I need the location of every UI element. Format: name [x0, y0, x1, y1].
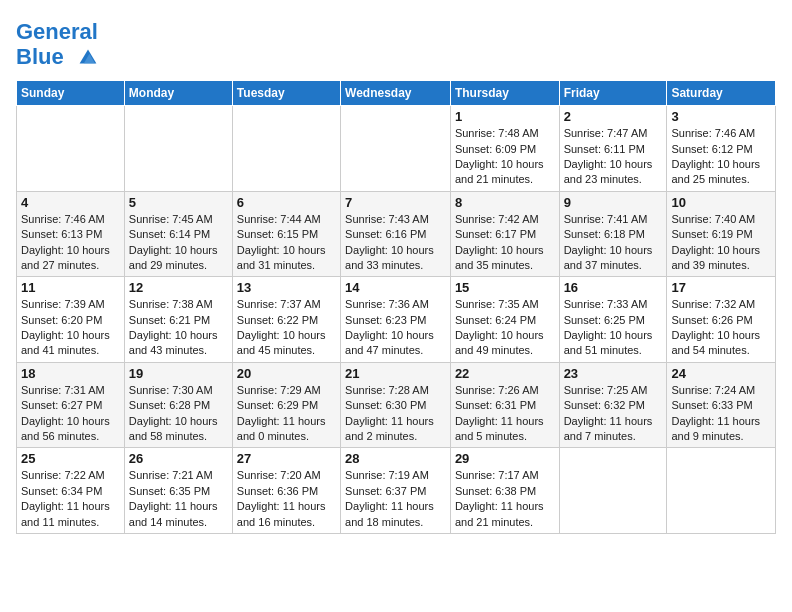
day-info: Sunrise: 7:32 AMSunset: 6:26 PMDaylight:… — [671, 297, 771, 359]
day-info: Sunrise: 7:31 AMSunset: 6:27 PMDaylight:… — [21, 383, 120, 445]
calendar-cell: 22Sunrise: 7:26 AMSunset: 6:31 PMDayligh… — [450, 362, 559, 448]
daylight-text: Daylight: 11 hours and 16 minutes. — [237, 500, 326, 527]
calendar-cell — [17, 106, 125, 192]
day-info: Sunrise: 7:43 AMSunset: 6:16 PMDaylight:… — [345, 212, 446, 274]
daylight-text: Daylight: 11 hours and 9 minutes. — [671, 415, 760, 442]
day-number: 18 — [21, 366, 120, 381]
day-number: 11 — [21, 280, 120, 295]
day-info: Sunrise: 7:19 AMSunset: 6:37 PMDaylight:… — [345, 468, 446, 530]
day-info: Sunrise: 7:38 AMSunset: 6:21 PMDaylight:… — [129, 297, 228, 359]
day-info: Sunrise: 7:28 AMSunset: 6:30 PMDaylight:… — [345, 383, 446, 445]
sunrise-text: Sunrise: 7:30 AM — [129, 384, 213, 396]
calendar-cell: 13Sunrise: 7:37 AMSunset: 6:22 PMDayligh… — [232, 277, 340, 363]
calendar-cell: 11Sunrise: 7:39 AMSunset: 6:20 PMDayligh… — [17, 277, 125, 363]
day-info: Sunrise: 7:46 AMSunset: 6:12 PMDaylight:… — [671, 126, 771, 188]
day-number: 27 — [237, 451, 336, 466]
sunrise-text: Sunrise: 7:43 AM — [345, 213, 429, 225]
calendar-cell: 12Sunrise: 7:38 AMSunset: 6:21 PMDayligh… — [124, 277, 232, 363]
calendar-cell: 16Sunrise: 7:33 AMSunset: 6:25 PMDayligh… — [559, 277, 667, 363]
day-info: Sunrise: 7:24 AMSunset: 6:33 PMDaylight:… — [671, 383, 771, 445]
daylight-text: Daylight: 10 hours and 25 minutes. — [671, 158, 760, 185]
sunset-text: Sunset: 6:35 PM — [129, 485, 210, 497]
day-number: 7 — [345, 195, 446, 210]
sunset-text: Sunset: 6:20 PM — [21, 314, 102, 326]
calendar-cell: 20Sunrise: 7:29 AMSunset: 6:29 PMDayligh… — [232, 362, 340, 448]
day-number: 13 — [237, 280, 336, 295]
daylight-text: Daylight: 10 hours and 23 minutes. — [564, 158, 653, 185]
day-info: Sunrise: 7:20 AMSunset: 6:36 PMDaylight:… — [237, 468, 336, 530]
col-header-tuesday: Tuesday — [232, 81, 340, 106]
sunset-text: Sunset: 6:33 PM — [671, 399, 752, 411]
calendar-cell: 28Sunrise: 7:19 AMSunset: 6:37 PMDayligh… — [341, 448, 451, 534]
day-number: 16 — [564, 280, 663, 295]
day-number: 26 — [129, 451, 228, 466]
calendar-cell: 18Sunrise: 7:31 AMSunset: 6:27 PMDayligh… — [17, 362, 125, 448]
col-header-friday: Friday — [559, 81, 667, 106]
sunset-text: Sunset: 6:29 PM — [237, 399, 318, 411]
week-row-3: 11Sunrise: 7:39 AMSunset: 6:20 PMDayligh… — [17, 277, 776, 363]
daylight-text: Daylight: 10 hours and 41 minutes. — [21, 329, 110, 356]
daylight-text: Daylight: 10 hours and 29 minutes. — [129, 244, 218, 271]
calendar-cell: 8Sunrise: 7:42 AMSunset: 6:17 PMDaylight… — [450, 191, 559, 277]
calendar-cell: 21Sunrise: 7:28 AMSunset: 6:30 PMDayligh… — [341, 362, 451, 448]
sunrise-text: Sunrise: 7:17 AM — [455, 469, 539, 481]
day-number: 4 — [21, 195, 120, 210]
daylight-text: Daylight: 11 hours and 2 minutes. — [345, 415, 434, 442]
day-info: Sunrise: 7:29 AMSunset: 6:29 PMDaylight:… — [237, 383, 336, 445]
calendar-cell: 6Sunrise: 7:44 AMSunset: 6:15 PMDaylight… — [232, 191, 340, 277]
sunset-text: Sunset: 6:36 PM — [237, 485, 318, 497]
sunrise-text: Sunrise: 7:37 AM — [237, 298, 321, 310]
sunset-text: Sunset: 6:22 PM — [237, 314, 318, 326]
calendar-cell: 15Sunrise: 7:35 AMSunset: 6:24 PMDayligh… — [450, 277, 559, 363]
week-row-2: 4Sunrise: 7:46 AMSunset: 6:13 PMDaylight… — [17, 191, 776, 277]
daylight-text: Daylight: 11 hours and 14 minutes. — [129, 500, 218, 527]
sunset-text: Sunset: 6:12 PM — [671, 143, 752, 155]
week-row-5: 25Sunrise: 7:22 AMSunset: 6:34 PMDayligh… — [17, 448, 776, 534]
sunset-text: Sunset: 6:09 PM — [455, 143, 536, 155]
sunrise-text: Sunrise: 7:47 AM — [564, 127, 648, 139]
day-info: Sunrise: 7:47 AMSunset: 6:11 PMDaylight:… — [564, 126, 663, 188]
day-info: Sunrise: 7:48 AMSunset: 6:09 PMDaylight:… — [455, 126, 555, 188]
sunrise-text: Sunrise: 7:21 AM — [129, 469, 213, 481]
day-number: 17 — [671, 280, 771, 295]
sunset-text: Sunset: 6:31 PM — [455, 399, 536, 411]
calendar-cell: 14Sunrise: 7:36 AMSunset: 6:23 PMDayligh… — [341, 277, 451, 363]
daylight-text: Daylight: 11 hours and 5 minutes. — [455, 415, 544, 442]
sunrise-text: Sunrise: 7:36 AM — [345, 298, 429, 310]
calendar-cell — [667, 448, 776, 534]
day-info: Sunrise: 7:37 AMSunset: 6:22 PMDaylight:… — [237, 297, 336, 359]
sunrise-text: Sunrise: 7:44 AM — [237, 213, 321, 225]
sunset-text: Sunset: 6:13 PM — [21, 228, 102, 240]
day-number: 24 — [671, 366, 771, 381]
sunrise-text: Sunrise: 7:42 AM — [455, 213, 539, 225]
calendar-cell: 24Sunrise: 7:24 AMSunset: 6:33 PMDayligh… — [667, 362, 776, 448]
calendar-cell: 3Sunrise: 7:46 AMSunset: 6:12 PMDaylight… — [667, 106, 776, 192]
day-info: Sunrise: 7:17 AMSunset: 6:38 PMDaylight:… — [455, 468, 555, 530]
calendar-cell — [341, 106, 451, 192]
daylight-text: Daylight: 11 hours and 0 minutes. — [237, 415, 326, 442]
sunrise-text: Sunrise: 7:22 AM — [21, 469, 105, 481]
sunset-text: Sunset: 6:11 PM — [564, 143, 645, 155]
day-number: 8 — [455, 195, 555, 210]
week-row-4: 18Sunrise: 7:31 AMSunset: 6:27 PMDayligh… — [17, 362, 776, 448]
daylight-text: Daylight: 10 hours and 35 minutes. — [455, 244, 544, 271]
day-info: Sunrise: 7:26 AMSunset: 6:31 PMDaylight:… — [455, 383, 555, 445]
sunrise-text: Sunrise: 7:31 AM — [21, 384, 105, 396]
day-number: 2 — [564, 109, 663, 124]
sunset-text: Sunset: 6:19 PM — [671, 228, 752, 240]
day-number: 28 — [345, 451, 446, 466]
calendar-cell: 19Sunrise: 7:30 AMSunset: 6:28 PMDayligh… — [124, 362, 232, 448]
logo-icon — [72, 44, 104, 72]
sunrise-text: Sunrise: 7:29 AM — [237, 384, 321, 396]
col-header-saturday: Saturday — [667, 81, 776, 106]
day-number: 10 — [671, 195, 771, 210]
day-info: Sunrise: 7:21 AMSunset: 6:35 PMDaylight:… — [129, 468, 228, 530]
day-info: Sunrise: 7:33 AMSunset: 6:25 PMDaylight:… — [564, 297, 663, 359]
day-number: 1 — [455, 109, 555, 124]
day-info: Sunrise: 7:35 AMSunset: 6:24 PMDaylight:… — [455, 297, 555, 359]
sunset-text: Sunset: 6:34 PM — [21, 485, 102, 497]
daylight-text: Daylight: 10 hours and 49 minutes. — [455, 329, 544, 356]
day-info: Sunrise: 7:36 AMSunset: 6:23 PMDaylight:… — [345, 297, 446, 359]
day-number: 25 — [21, 451, 120, 466]
day-number: 20 — [237, 366, 336, 381]
